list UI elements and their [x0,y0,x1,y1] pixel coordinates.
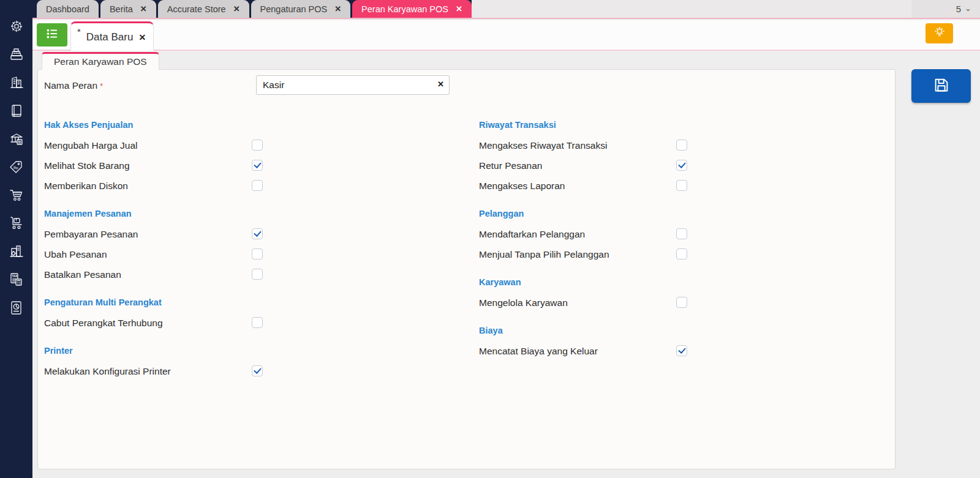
form-panel: Nama Peran* ✕ Hak Akses PenjualanMenguba… [37,69,895,469]
permissions-column-left: Hak Akses PenjualanMengubah Harga JualMe… [44,113,467,381]
form-tab-label: Peran Karyawan POS [54,56,147,67]
modified-indicator: * [77,26,81,37]
tab-accurate-store[interactable]: Accurate Store✕ [158,0,249,18]
section-title: Hak Akses Penjualan [44,120,467,130]
tab-counter-value: 5 [956,4,961,14]
checkbox-checked[interactable] [252,160,263,171]
checkbox-unchecked[interactable] [252,317,263,328]
section-title: Printer [44,346,467,356]
svg-text:Rp: Rp [13,166,18,170]
lightbulb-icon [933,26,946,41]
checkbox-unchecked[interactable] [676,248,687,260]
delivery-trolley-icon[interactable] [9,215,24,231]
section-title: Manajemen Pesanan [44,209,467,218]
checkbox-unchecked[interactable] [252,140,263,151]
checkbox-checked[interactable] [676,160,687,171]
permission-label: Retur Pesanan [479,160,542,171]
checkbox-checked[interactable] [252,365,263,376]
permissions-column-right: Riwayat TransaksiMengakses Riwayat Trans… [479,113,883,361]
tips-button[interactable] [925,23,953,43]
permission-label: Batalkan Pesanan [44,269,121,280]
permission-row: Ubah Pesanan [44,244,467,264]
close-icon[interactable]: ✕ [334,4,341,13]
checkbox-checked[interactable] [676,345,687,356]
permission-label: Mengakses Riwayat Transaksi [479,140,607,151]
permission-label: Melakukan Konfigurasi Printer [44,366,171,377]
permission-row: Melihat Stok Barang [44,155,467,176]
checkbox-unchecked[interactable] [252,248,263,260]
tab-berita[interactable]: Berita✕ [100,0,156,18]
list-icon [45,27,59,43]
app-tab-strip: DashboardBerita✕Accurate Store✕Pengatura… [32,0,472,18]
permission-label: Pembayaran Pesanan [44,229,138,240]
permission-label: Mengelola Karyawan [479,297,568,308]
manufacture-icon[interactable] [9,244,24,260]
svg-text:TAX: TAX [12,275,18,278]
company-building-icon[interactable] [9,75,24,91]
shopping-cart-icon[interactable] [9,187,24,203]
checkbox-checked[interactable] [252,228,263,239]
open-list-button[interactable] [37,23,67,47]
tab-label: Pengaturan POS [260,4,328,14]
permission-label: Mencatat Biaya yang Keluar [479,346,598,357]
permission-row: Mendaftarkan Pelanggan [479,224,883,244]
floppy-disk-icon [932,76,951,97]
permission-row: Menjual Tanpa Pilih Pelanggan [479,244,883,264]
close-icon[interactable]: ✕ [138,32,146,42]
permission-row: Mengakses Laporan [479,176,883,196]
role-name-input[interactable] [256,75,450,95]
permission-label: Ubah Pesanan [44,249,107,260]
close-icon[interactable]: ✕ [140,4,147,13]
section-title: Karyawan [479,277,883,287]
permission-row: Memberikan Diskon [44,176,467,196]
price-tag-rp-icon[interactable]: Rp [9,159,24,175]
permission-row: Mencatat Biaya yang Keluar [479,341,883,361]
tax-document-icon[interactable]: TAX [9,272,24,288]
clear-input-icon[interactable]: ✕ [437,80,444,89]
close-icon[interactable]: ✕ [456,4,462,13]
checkbox-unchecked[interactable] [676,228,687,239]
permission-row: Batalkan Pesanan [44,264,467,285]
permission-label: Mengubah Harga Jual [44,140,138,151]
tab-label: Dashboard [46,4,89,14]
permission-row: Mengakses Riwayat Transaksi [479,135,883,155]
tab-dashboard[interactable]: Dashboard [37,0,99,18]
checkbox-unchecked[interactable] [676,297,687,308]
tab-label: Berita [110,4,133,14]
checkbox-unchecked[interactable] [252,180,263,191]
tab-counter-dropdown[interactable]: 5 ⌄ [911,0,980,18]
document-tab-data-baru[interactable]: * Data Baru ✕ [70,21,154,51]
tab-bar-spacer [472,0,911,18]
bank-store-icon[interactable] [9,131,24,147]
tab-label: Accurate Store [167,4,226,14]
permission-row: Pembayaran Pesanan [44,224,467,244]
chevron-down-icon: ⌄ [965,7,971,11]
settings-icon[interactable] [9,18,24,34]
section-title: Riwayat Transaksi [479,120,883,130]
tab-peran-karyawan-pos[interactable]: Peran Karyawan POS✕ [352,0,472,18]
name-field-row: Nama Peran* ✕ [44,75,889,95]
report-piechart-icon[interactable] [9,300,24,316]
section-title: Pengaturan Multi Perangkat [44,297,467,307]
checkbox-unchecked[interactable] [252,269,263,280]
section-title: Pelanggan [479,209,883,218]
close-icon[interactable]: ✕ [233,4,240,13]
checkbox-unchecked[interactable] [676,180,687,191]
name-field-label: Nama Peran* [44,80,103,91]
permission-label: Menjual Tanpa Pilih Pelanggan [479,249,609,260]
permission-row: Cabut Perangkat Terhubung [44,313,467,333]
checkbox-unchecked[interactable] [676,140,687,151]
permission-row: Mengelola Karyawan [479,293,883,313]
permission-label: Mendaftarkan Pelanggan [479,229,585,240]
toolbar: * Data Baru ✕ [32,20,980,51]
permission-label: Melihat Stok Barang [44,160,130,171]
required-asterisk: * [100,81,103,91]
app-tab-bar: DashboardBerita✕Accurate Store✕Pengatura… [32,0,980,19]
document-tab-label: Data Baru [86,31,134,43]
form-tab-peran-karyawan-pos[interactable]: Peran Karyawan POS [42,52,159,70]
tab-pengaturan-pos[interactable]: Pengaturan POS✕ [251,0,351,18]
save-button[interactable] [911,69,971,103]
name-input-wrap: ✕ [256,75,450,95]
book-icon[interactable] [9,103,24,119]
cash-register-icon[interactable] [9,47,24,62]
